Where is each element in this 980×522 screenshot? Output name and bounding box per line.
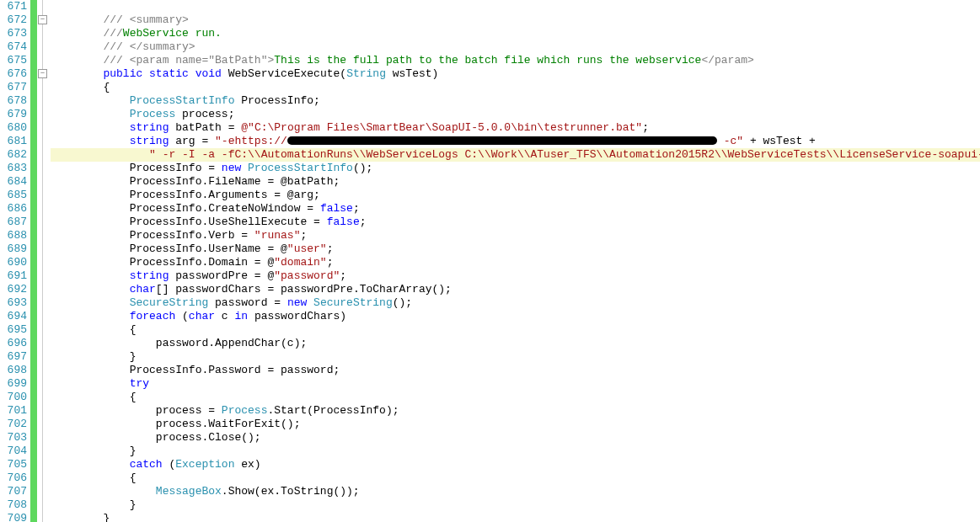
line-number: 674 <box>7 40 27 54</box>
code-line[interactable]: } <box>51 350 980 364</box>
redacted-text <box>287 136 717 145</box>
line-number: 701 <box>7 404 27 418</box>
code-line[interactable]: /// <param name="BatPath">This is the fu… <box>51 54 980 67</box>
code-line[interactable]: ProcessInfo.UserName = @"user"; <box>51 242 980 256</box>
line-number: 675 <box>7 54 27 67</box>
fold-guide <box>42 0 43 522</box>
code-line[interactable]: try <box>51 377 980 391</box>
code-line[interactable]: ProcessInfo.CreateNoWindow = false; <box>51 202 980 216</box>
line-number: 708 <box>7 498 27 512</box>
line-number: 693 <box>7 296 27 310</box>
code-line[interactable]: ProcessInfo.Verb = "runas"; <box>51 229 980 242</box>
line-numbers: 6716726736746756766776786796806816826836… <box>0 0 30 522</box>
line-number: 673 <box>7 27 27 40</box>
line-number: 680 <box>7 121 27 135</box>
line-number: 695 <box>7 323 27 337</box>
line-number: 694 <box>7 310 27 323</box>
line-number: 697 <box>7 350 27 364</box>
code-line[interactable]: " -r -I -a -fC:\\AutomationRuns\\WebServ… <box>51 148 980 162</box>
code-editor[interactable]: /// <summary> ///WebService run. /// </s… <box>49 0 980 522</box>
line-number: 703 <box>7 431 27 445</box>
code-line[interactable]: foreach (char c in passwordChars) <box>51 310 980 323</box>
code-line[interactable]: ///WebService run. <box>51 27 980 40</box>
code-line[interactable]: process.WaitForExit(); <box>51 418 980 431</box>
code-line[interactable]: /// <summary> <box>51 13 980 27</box>
code-line[interactable]: Process process; <box>51 108 980 121</box>
code-line[interactable]: SecureString password = new SecureString… <box>51 296 980 310</box>
code-line[interactable]: MessageBox.Show(ex.ToString()); <box>51 485 980 498</box>
line-number: 687 <box>7 216 27 229</box>
code-line[interactable]: { <box>51 471 980 485</box>
line-number: 683 <box>7 162 27 175</box>
code-line[interactable]: ProcessInfo.Domain = @"domain"; <box>51 256 980 269</box>
line-number: 698 <box>7 364 27 377</box>
code-line[interactable]: /// </summary> <box>51 40 980 54</box>
line-number: 706 <box>7 471 27 485</box>
fold-gutter: −− <box>37 0 49 522</box>
code-line[interactable]: string arg = "-ehttps:// -c" + wsTest + <box>51 135 980 148</box>
line-number: 681 <box>7 135 27 148</box>
code-line[interactable]: catch (Exception ex) <box>51 458 980 471</box>
code-line[interactable]: char[] passwordChars = passwordPre.ToCha… <box>51 283 980 296</box>
line-number: 678 <box>7 94 27 108</box>
code-line[interactable]: string passwordPre = @"password"; <box>51 269 980 283</box>
line-number: 671 <box>7 0 27 13</box>
line-number: 689 <box>7 242 27 256</box>
line-number: 685 <box>7 189 27 202</box>
line-number: 676 <box>7 67 27 81</box>
code-line[interactable] <box>51 0 980 13</box>
line-number: 691 <box>7 269 27 283</box>
code-line[interactable]: public static void WebServiceExecute(Str… <box>51 67 980 81</box>
line-number: 682 <box>7 148 27 162</box>
editor-gutter: 6716726736746756766776786796806816826836… <box>0 0 49 522</box>
code-line[interactable]: ProcessInfo.UseShellExecute = false; <box>51 216 980 229</box>
line-number: 690 <box>7 256 27 269</box>
line-number: 702 <box>7 418 27 431</box>
line-number: 679 <box>7 108 27 121</box>
fold-toggle-icon[interactable]: − <box>38 69 47 78</box>
line-number: 677 <box>7 81 27 94</box>
line-number: 699 <box>7 377 27 391</box>
code-line[interactable]: process.Close(); <box>51 431 980 445</box>
code-line[interactable]: { <box>51 81 980 94</box>
line-number: 704 <box>7 445 27 458</box>
line-number: 700 <box>7 391 27 404</box>
line-number: 705 <box>7 458 27 471</box>
fold-toggle-icon[interactable]: − <box>38 15 47 24</box>
code-line[interactable]: password.AppendChar(c); <box>51 337 980 350</box>
line-number: 686 <box>7 202 27 216</box>
code-line[interactable]: ProcessInfo = new ProcessStartInfo(); <box>51 162 980 175</box>
code-line[interactable]: } <box>51 498 980 512</box>
code-line[interactable]: ProcessInfo.Password = password; <box>51 364 980 377</box>
code-line[interactable]: { <box>51 391 980 404</box>
code-line[interactable]: { <box>51 323 980 337</box>
code-line[interactable]: } <box>51 445 980 458</box>
code-line[interactable]: string batPath = @"C:\Program Files\Smar… <box>51 121 980 135</box>
line-number: 696 <box>7 337 27 350</box>
line-number: 672 <box>7 13 27 27</box>
line-number: 692 <box>7 283 27 296</box>
line-number: 709 <box>7 512 27 522</box>
change-margin <box>30 0 37 522</box>
line-number: 684 <box>7 175 27 189</box>
code-line[interactable]: } <box>51 512 980 522</box>
code-line[interactable]: process = Process.Start(ProcessInfo); <box>51 404 980 418</box>
line-number: 707 <box>7 485 27 498</box>
code-line[interactable]: ProcessInfo.Arguments = @arg; <box>51 189 980 202</box>
line-number: 688 <box>7 229 27 242</box>
code-line[interactable]: ProcessInfo.FileName = @batPath; <box>51 175 980 189</box>
code-line[interactable]: ProcessStartInfo ProcessInfo; <box>51 94 980 108</box>
